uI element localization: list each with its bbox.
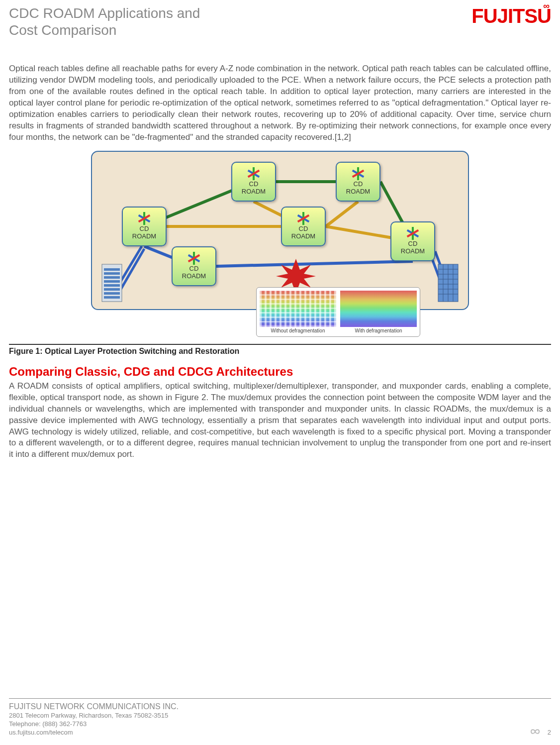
chart-without-defrag: Without defragmentation <box>260 291 336 333</box>
network-diagram: CD ROADM CD ROADM CD ROADM CD ROADM CD R… <box>91 151 469 310</box>
switch-icon <box>246 168 261 179</box>
switch-icon <box>187 253 201 264</box>
infinity-mark-icon: ∞ <box>543 1 549 11</box>
roadm-node-left: CD ROADM <box>122 207 167 246</box>
node-label-1: CD <box>299 225 308 232</box>
node-label-1: CD <box>189 265 199 272</box>
page-number: 2 <box>548 729 551 737</box>
building-left-icon <box>97 259 127 304</box>
chart-label-with: With defragmentation <box>340 328 417 333</box>
switch-icon <box>351 168 366 179</box>
footer-website: us.fujitsu.com/telecom <box>9 729 179 737</box>
intro-paragraph: Optical reach tables define all reachabl… <box>9 63 551 143</box>
svg-rect-4 <box>104 280 120 283</box>
svg-rect-3 <box>104 276 120 279</box>
roadm-node-right: CD ROADM <box>390 221 435 261</box>
page-title: CDC ROADM Applications and Cost Comparis… <box>9 5 200 38</box>
node-label-2: ROADM <box>291 232 315 240</box>
title-line-1: CDC ROADM Applications and <box>9 5 200 21</box>
footer-left: FUJITSU NETWORK COMMUNICATIONS INC. 2801… <box>9 702 179 737</box>
defrag-charts: Without defragmentation With defragmenta… <box>256 287 420 337</box>
chart-with-defrag: With defragmentation <box>340 291 417 333</box>
node-label-2: ROADM <box>182 272 206 280</box>
switch-icon <box>405 228 420 239</box>
svg-rect-6 <box>104 288 120 291</box>
roadm-node-center: CD ROADM <box>281 207 326 246</box>
node-label-1: CD <box>408 240 418 247</box>
switch-icon <box>137 213 152 224</box>
footer-telephone: Telephone: (888) 362-7763 <box>9 720 179 729</box>
footer-divider <box>9 698 551 699</box>
figure-1-caption: Figure 1: Optical Layer Protection Switc… <box>9 347 551 356</box>
node-label-2: ROADM <box>132 232 156 240</box>
svg-rect-7 <box>104 292 120 295</box>
chart-label-without: Without defragmentation <box>260 328 336 333</box>
roadm-node-bottom: CD ROADM <box>172 246 216 286</box>
page-footer: FUJITSU NETWORK COMMUNICATIONS INC. 2801… <box>9 698 551 737</box>
roadm-node-top-right: CD ROADM <box>336 162 380 202</box>
comparing-paragraph: A ROADM consists of optical amplifiers, … <box>9 381 551 461</box>
node-label-2: ROADM <box>242 188 266 195</box>
fujitsu-logo: ∞ FUJITSU <box>471 5 551 27</box>
node-label-1: CD <box>249 180 259 188</box>
figure-divider <box>9 344 551 345</box>
svg-rect-2 <box>104 272 120 275</box>
spectrum-bars-defragmented <box>340 291 417 327</box>
footer-infinity-icon <box>528 726 543 737</box>
node-label-1: CD <box>140 225 149 232</box>
footer-company-name: FUJITSU NETWORK COMMUNICATIONS INC. <box>9 702 179 712</box>
roadm-node-top-left: CD ROADM <box>231 162 276 202</box>
building-right-icon <box>433 259 463 304</box>
footer-address: 2801 Telecom Parkway, Richardson, Texas … <box>9 712 179 720</box>
footer-right: 2 <box>528 726 551 737</box>
logo-text: FUJITSU <box>471 5 551 27</box>
page-header: CDC ROADM Applications and Cost Comparis… <box>9 5 551 38</box>
node-label-2: ROADM <box>346 188 370 195</box>
node-label-1: CD <box>354 180 363 188</box>
svg-rect-5 <box>104 284 120 287</box>
node-label-2: ROADM <box>401 247 425 255</box>
spectrum-bars-fragmented <box>260 291 336 327</box>
switch-icon <box>296 213 311 224</box>
svg-rect-1 <box>104 268 120 271</box>
svg-rect-8 <box>104 296 120 299</box>
figure-1-container: CD ROADM CD ROADM CD ROADM CD ROADM CD R… <box>9 151 551 310</box>
title-line-2: Cost Comparison <box>9 22 116 38</box>
section-heading-comparing: Comparing Classic, CDG and CDCG Architec… <box>9 365 551 379</box>
